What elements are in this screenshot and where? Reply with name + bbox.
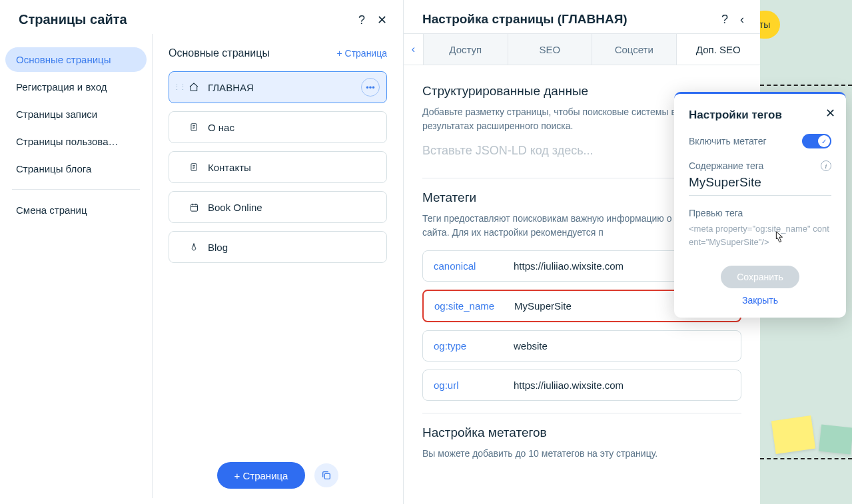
sidebar-item[interactable]: Регистрация и вход — [5, 75, 147, 99]
svg-rect-2 — [191, 204, 197, 211]
page-list-item[interactable]: Blog — [169, 231, 387, 263]
duplicate-page-button[interactable] — [314, 463, 338, 487]
divider — [422, 413, 741, 413]
metatag-value: MySuperSite — [514, 300, 572, 312]
sidebar-item[interactable]: Основные страницы — [5, 47, 147, 72]
page-list-item[interactable]: ⋮⋮ГЛАВНАЯ••• — [169, 71, 387, 103]
bg-dashed-line — [760, 85, 852, 86]
popup-title: Настройки тегов — [689, 109, 831, 122]
sidebar-item[interactable]: Смена страниц — [5, 198, 147, 222]
save-button[interactable]: Сохранить — [721, 266, 799, 288]
close-icon[interactable]: ✕ — [825, 106, 835, 121]
bg-sticky-note — [819, 425, 852, 455]
svg-rect-3 — [325, 473, 330, 479]
metatag-key: canonical — [434, 260, 498, 272]
tag-settings-popup: Настройки тегов ✕ Включить метатег ✓ Сод… — [674, 92, 846, 318]
doc-icon — [188, 161, 200, 173]
pages-panel-header: Страницы сайта ? ✕ — [0, 0, 403, 34]
drag-handle-icon[interactable]: ⋮⋮ — [173, 83, 185, 92]
pen-icon — [188, 241, 200, 253]
tag-preview-text: <meta property="og:site_name" content="M… — [689, 222, 831, 248]
help-icon[interactable]: ? — [358, 14, 365, 26]
settings-tabs: ‹ ДоступSEOСоцсетиДоп. SEO — [404, 33, 760, 65]
more-options-button[interactable]: ••• — [361, 78, 380, 97]
page-item-label: Blog — [208, 242, 228, 253]
cursor-pointer-icon — [771, 230, 786, 247]
sidebar-item[interactable]: Страницы записи — [5, 102, 147, 126]
metatag-row[interactable]: og:typewebsite — [422, 330, 741, 362]
close-link[interactable]: Закрыть — [742, 295, 778, 306]
enable-metatag-label: Включить метатег — [689, 136, 767, 146]
page-item-label: Контакты — [208, 162, 251, 173]
tag-content-label: Содержание тега — [689, 160, 763, 171]
metatag-key: og:type — [434, 340, 498, 352]
tag-content-input[interactable]: MySuperSite — [689, 175, 831, 196]
pages-sidebar: Основные страницыРегистрация и входСтран… — [0, 34, 152, 498]
home-icon — [188, 81, 200, 93]
settings-tab[interactable]: Доступ — [424, 34, 508, 65]
divider — [12, 189, 140, 190]
page-item-label: О нас — [208, 122, 234, 133]
sidebar-item[interactable]: Страницы пользова… — [5, 129, 147, 154]
metatag-value: https://iuliiao.wixsite.com — [514, 260, 624, 272]
add-page-link[interactable]: + Страница — [336, 48, 387, 59]
doc-icon — [188, 121, 200, 133]
bg-sticky-note — [771, 415, 815, 454]
page-list-item[interactable]: О нас — [169, 111, 387, 143]
pages-panel-title: Страницы сайта — [19, 12, 127, 27]
settings-tab[interactable]: Доп. SEO — [676, 34, 761, 65]
tabs-prev-arrow[interactable]: ‹ — [404, 34, 424, 65]
metatag-key: og:url — [434, 379, 498, 391]
pages-panel: Страницы сайта ? ✕ Основные страницыРеги… — [0, 0, 403, 504]
bg-dashed-line — [760, 458, 852, 459]
custom-metatags-desc: Вы можете добавить до 10 метатегов на эт… — [422, 447, 741, 461]
page-item-label: ГЛАВНАЯ — [208, 82, 254, 93]
close-icon[interactable]: ✕ — [377, 14, 387, 26]
info-icon[interactable]: i — [821, 160, 831, 171]
settings-tab[interactable]: Соцсети — [592, 34, 676, 65]
metatag-key: og:site_name — [434, 300, 498, 312]
add-page-button[interactable]: + Страница — [217, 462, 306, 489]
metatag-row[interactable]: og:urlhttps://iuliiao.wixsite.com — [422, 370, 741, 401]
help-icon[interactable]: ? — [721, 13, 728, 25]
page-list-item[interactable]: Book Online — [169, 191, 387, 223]
enable-metatag-toggle[interactable]: ✓ — [802, 134, 831, 148]
pages-list-column: Основные страницы + Страница ⋮⋮ГЛАВНАЯ••… — [152, 34, 403, 498]
sidebar-item[interactable]: Страницы блога — [5, 156, 147, 181]
custom-metatags-title: Настройка метатегов — [422, 425, 741, 440]
settings-title: Настройка страницы (ГЛАВНАЯ) — [422, 12, 628, 27]
settings-tab[interactable]: SEO — [508, 34, 592, 65]
pages-list-title: Основные страницы — [169, 47, 270, 59]
cal-icon — [188, 201, 200, 213]
metatag-value: https://iuliiao.wixsite.com — [514, 379, 624, 391]
settings-header: Настройка страницы (ГЛАВНАЯ) ? ‹ — [404, 0, 760, 33]
tag-preview-label: Превью тега — [689, 208, 743, 218]
page-item-label: Book Online — [208, 202, 262, 213]
metatag-value: website — [514, 340, 548, 352]
back-icon[interactable]: ‹ — [740, 13, 744, 25]
page-list-item[interactable]: Контакты — [169, 151, 387, 183]
